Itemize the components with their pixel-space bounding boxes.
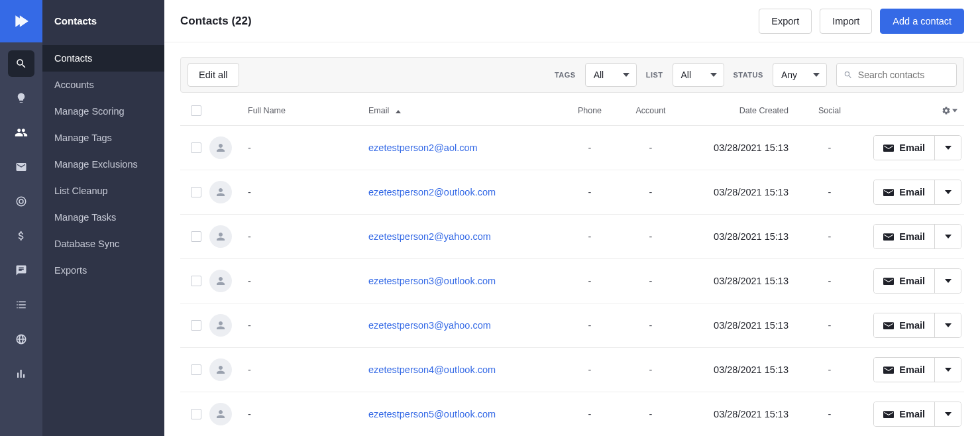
nav-deals-icon[interactable] <box>8 223 34 249</box>
chevron-down-icon <box>945 368 952 372</box>
sidebar-item-label: List Cleanup <box>54 186 108 196</box>
row-checkbox[interactable] <box>191 276 201 286</box>
nav-ideas-icon[interactable] <box>8 85 34 111</box>
cell-social: - <box>795 187 864 197</box>
email-button[interactable]: Email <box>874 313 934 337</box>
row-checkbox[interactable] <box>191 231 201 242</box>
sidebar-item-manage-tags[interactable]: Manage Tags <box>42 125 164 151</box>
email-button-dropdown[interactable] <box>934 225 961 248</box>
cell-email-link[interactable]: ezetestperson5@outlook.com <box>368 409 496 419</box>
edit-all-button[interactable]: Edit all <box>188 63 239 87</box>
avatar <box>209 181 232 203</box>
filter-tags-label: TAGS <box>555 71 576 79</box>
search-icon <box>844 70 853 80</box>
column-social[interactable]: Social <box>795 106 864 115</box>
cell-social: - <box>795 231 864 242</box>
nav-lists-icon[interactable] <box>8 292 34 318</box>
column-account[interactable]: Account <box>619 106 682 115</box>
select-all-checkbox[interactable] <box>191 105 201 116</box>
sidebar-item-manage-scoring[interactable]: Manage Scoring <box>42 98 164 125</box>
row-checkbox[interactable] <box>191 409 201 419</box>
email-button-dropdown[interactable] <box>934 269 961 293</box>
filter-tags-select[interactable]: All <box>585 63 637 87</box>
sidebar-item-list-cleanup[interactable]: List Cleanup <box>42 178 164 204</box>
email-button-label: Email <box>899 231 925 242</box>
cell-account: - <box>619 231 682 242</box>
nav-campaigns-icon[interactable] <box>8 154 34 180</box>
row-checkbox[interactable] <box>191 320 201 331</box>
nav-automations-icon[interactable] <box>8 188 34 215</box>
email-button-dropdown[interactable] <box>934 136 961 160</box>
sidebar-item-accounts[interactable]: Accounts <box>42 72 164 98</box>
cell-full-name: - <box>245 142 368 153</box>
cell-email-link[interactable]: ezetestperson2@aol.com <box>368 142 478 153</box>
nav-contacts-icon[interactable] <box>8 119 34 146</box>
sidebar-item-manage-exclusions[interactable]: Manage Exclusions <box>42 151 164 178</box>
cell-phone: - <box>561 142 619 153</box>
cell-social: - <box>795 409 864 419</box>
filter-status-value: Any <box>781 70 797 80</box>
cell-account: - <box>619 142 682 153</box>
column-email[interactable]: Email <box>368 106 561 115</box>
email-button[interactable]: Email <box>874 358 934 382</box>
row-checkbox[interactable] <box>191 364 201 375</box>
column-phone[interactable]: Phone <box>561 106 619 115</box>
add-contact-button[interactable]: Add a contact <box>880 9 964 34</box>
icon-rail <box>0 0 42 436</box>
email-button-label: Email <box>899 320 925 331</box>
email-button-dropdown[interactable] <box>934 180 961 204</box>
import-button[interactable]: Import <box>820 9 872 34</box>
filter-list-select[interactable]: All <box>673 63 724 87</box>
table-row: -ezetestperson3@outlook.com--03/28/2021 … <box>180 259 964 303</box>
cell-phone: - <box>561 231 619 242</box>
email-button-dropdown[interactable] <box>934 358 961 382</box>
chevron-down-icon <box>945 190 952 194</box>
cell-full-name: - <box>245 187 368 197</box>
row-checkbox[interactable] <box>191 187 201 197</box>
search-input[interactable] <box>858 70 950 80</box>
global-search-icon[interactable] <box>8 50 34 77</box>
cell-phone: - <box>561 276 619 286</box>
chevron-down-icon <box>813 73 820 77</box>
export-button[interactable]: Export <box>759 9 812 34</box>
cell-phone: - <box>561 187 619 197</box>
sidebar-item-database-sync[interactable]: Database Sync <box>42 231 164 257</box>
email-button-dropdown[interactable] <box>934 313 961 337</box>
sidebar: Contacts ContactsAccountsManage ScoringM… <box>42 0 164 436</box>
column-full-name[interactable]: Full Name <box>245 106 368 115</box>
cell-email-link[interactable]: ezetestperson3@outlook.com <box>368 276 496 286</box>
nav-conversations-icon[interactable] <box>8 257 34 284</box>
sidebar-item-exports[interactable]: Exports <box>42 257 164 284</box>
cell-social: - <box>795 276 864 286</box>
email-button-dropdown[interactable] <box>934 402 961 426</box>
filter-status-select[interactable]: Any <box>773 63 827 87</box>
row-checkbox[interactable] <box>191 142 201 153</box>
avatar <box>209 136 232 159</box>
cell-account: - <box>619 187 682 197</box>
search-input-wrapper[interactable] <box>836 63 957 87</box>
cell-full-name: - <box>245 364 368 375</box>
email-button[interactable]: Email <box>874 180 934 204</box>
chevron-down-icon <box>945 279 952 283</box>
cell-email-link[interactable]: ezetestperson2@yahoo.com <box>368 231 491 242</box>
column-date-created[interactable]: Date Created <box>682 106 795 115</box>
cell-email-link[interactable]: ezetestperson4@outlook.com <box>368 364 496 375</box>
email-button[interactable]: Email <box>874 225 934 248</box>
avatar <box>209 270 232 292</box>
email-button[interactable]: Email <box>874 136 934 160</box>
email-button[interactable]: Email <box>874 269 934 293</box>
email-button[interactable]: Email <box>874 402 934 426</box>
chevron-down-icon <box>945 412 952 416</box>
column-settings[interactable] <box>864 106 961 115</box>
cell-date-created: 03/28/2021 15:13 <box>682 187 795 197</box>
nav-website-icon[interactable] <box>8 326 34 353</box>
cell-email-link[interactable]: ezetestperson2@outlook.com <box>368 187 496 197</box>
email-button-label: Email <box>899 187 925 197</box>
cell-email-link[interactable]: ezetestperson3@yahoo.com <box>368 320 491 331</box>
table-row: -ezetestperson3@yahoo.com--03/28/2021 15… <box>180 303 964 348</box>
nav-reports-icon[interactable] <box>8 360 34 387</box>
sidebar-item-contacts[interactable]: Contacts <box>42 45 164 72</box>
main-content: Contacts (22) Export Import Add a contac… <box>164 0 980 436</box>
brand-logo[interactable] <box>0 0 42 42</box>
sidebar-item-manage-tasks[interactable]: Manage Tasks <box>42 204 164 231</box>
